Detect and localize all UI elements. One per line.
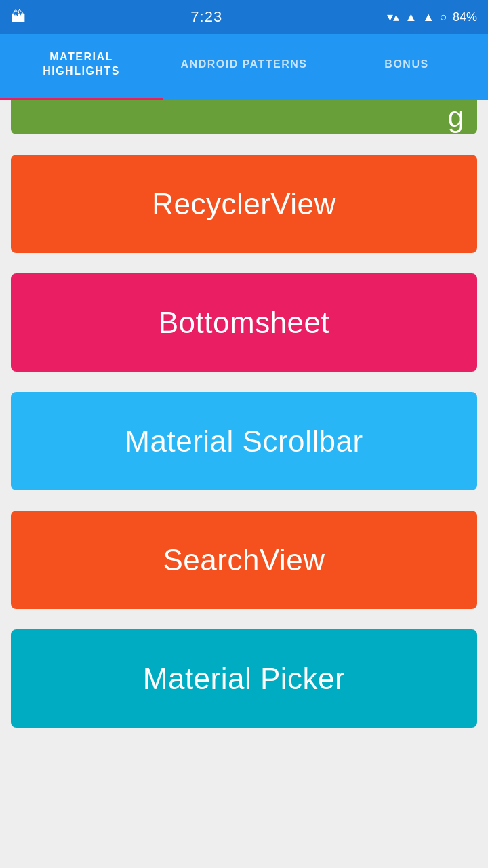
top-partial-text: g — [448, 101, 464, 134]
signal-icon: ▲ — [405, 10, 417, 24]
status-bar: 🏔 7:23 ▾▴ ▲ ▲ ○ 84% — [0, 0, 488, 34]
searchview-label: SearchView — [163, 543, 325, 577]
battery-percent: 84% — [453, 10, 477, 24]
bottomsheet-label: Bottomsheet — [159, 306, 330, 340]
material-picker-label: Material Picker — [143, 662, 345, 696]
tab-android-patterns-label: ANDROID PATTERNS — [181, 58, 308, 72]
material-scrollbar-card[interactable]: Material Scrollbar — [11, 392, 477, 490]
battery-icon: ○ — [440, 10, 447, 24]
tab-material-highlights-label: MATERIAL HIGHLIGHTS — [43, 50, 120, 79]
wifi-icon: ▾▴ — [387, 9, 399, 24]
image-icon: 🏔 — [11, 8, 26, 26]
tab-bonus[interactable]: BONUS — [325, 34, 488, 100]
material-scrollbar-label: Material Scrollbar — [125, 425, 363, 458]
searchview-card[interactable]: SearchView — [11, 511, 477, 609]
material-picker-card[interactable]: Material Picker — [11, 629, 477, 728]
status-bar-left: 🏔 — [11, 8, 26, 26]
tab-bar: MATERIAL HIGHLIGHTS ANDROID PATTERNS BON… — [0, 34, 488, 100]
recyclerview-card[interactable]: RecyclerView — [11, 155, 477, 253]
status-bar-right: ▾▴ ▲ ▲ ○ 84% — [387, 9, 477, 24]
signal-icon2: ▲ — [422, 10, 434, 24]
tab-bonus-label: BONUS — [384, 58, 428, 72]
tab-android-patterns[interactable]: ANDROID PATTERNS — [163, 34, 325, 100]
top-partial-card[interactable]: g — [11, 100, 477, 134]
tab-material-highlights[interactable]: MATERIAL HIGHLIGHTS — [0, 34, 163, 100]
content-area: g RecyclerView Bottomsheet Material Scro… — [0, 100, 488, 868]
bottomsheet-card[interactable]: Bottomsheet — [11, 273, 477, 372]
recyclerview-label: RecyclerView — [152, 187, 336, 221]
status-bar-time: 7:23 — [190, 8, 222, 26]
